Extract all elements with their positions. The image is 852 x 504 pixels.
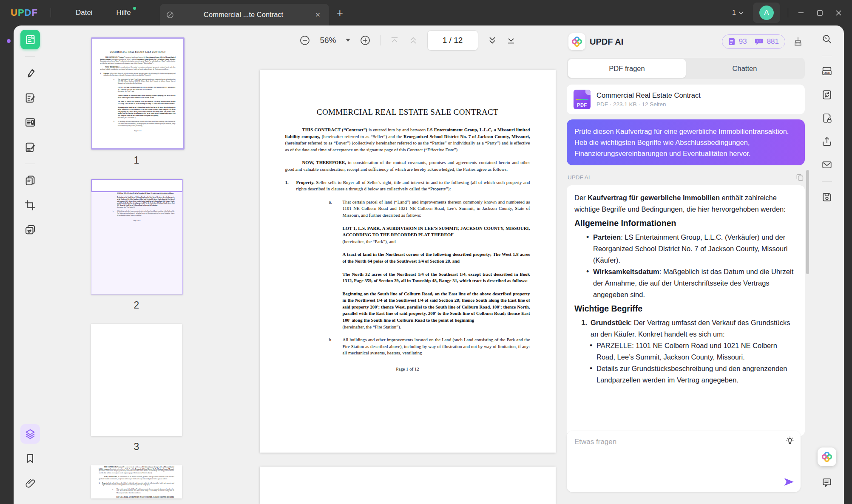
tab-title: Commercial ...te Contract	[174, 11, 313, 19]
goto-bottom-button[interactable]	[506, 36, 516, 45]
page-indicator-input[interactable]: 1 / 12	[427, 30, 478, 51]
ai-credits[interactable]: 93 881	[722, 34, 785, 49]
ai-response: Der Kaufvertrag für gewerbliche Immobili…	[567, 185, 805, 436]
file-info: Commercial Real Estate Contract PDF · 22…	[596, 91, 701, 108]
page-thumbnail-4[interactable]: COMMERCIAL REAL ESTATE SALE CONTRACT THI…	[91, 465, 182, 498]
share-button[interactable]	[818, 133, 835, 150]
bookmark-panel-button[interactable]	[20, 449, 40, 468]
list-item: 1.Property. Seller sells to Buyer all of…	[285, 179, 530, 193]
pdf-viewer: 56% 1 / 12 COMMERCIAL REAL ESTATE SALE C…	[253, 25, 562, 504]
ocr-button[interactable]: OCR	[818, 63, 835, 80]
send-icon	[784, 477, 795, 487]
attachment-panel-button[interactable]	[20, 473, 40, 493]
convert-icon	[821, 89, 832, 100]
ai-bullet-list: Parteien: LS Entertainment Group, L.L.C.…	[574, 232, 797, 300]
annotations-list-button[interactable]	[818, 474, 835, 491]
bookmark-icon	[25, 453, 36, 464]
window-count-dropdown[interactable]: 1	[732, 9, 744, 17]
paperclip-icon	[25, 478, 36, 489]
zoom-in-button[interactable]	[360, 35, 371, 46]
send-button[interactable]	[784, 477, 795, 487]
chat-credit-icon	[755, 38, 763, 45]
reader-mode-button[interactable]	[20, 30, 40, 49]
save-button[interactable]	[818, 189, 835, 206]
form-tool-button[interactable]	[20, 113, 40, 132]
clear-chat-button[interactable]	[793, 37, 803, 47]
ai-paragraph: Der Kaufvertrag für gewerbliche Immobili…	[574, 192, 797, 215]
search-button[interactable]	[818, 31, 835, 48]
new-tab-button[interactable]: +	[337, 6, 343, 20]
list-item: a.That certain parcel of land (“Land”) a…	[114, 78, 175, 84]
mail-icon	[821, 159, 832, 170]
legal-description: LOT 1, L.S. PARK, A SUBDIVISION IN LEE’S…	[343, 225, 530, 245]
page-thumbnail-1[interactable]: COMMERCIAL REAL ESTATE SALE CONTRACT THI…	[91, 37, 185, 150]
tab-chatten[interactable]: Chatten	[686, 59, 804, 78]
zoom-dropdown-caret[interactable]	[346, 39, 350, 42]
updf-ai-shortcut[interactable]	[818, 447, 836, 466]
menu-datei[interactable]: Datei	[76, 8, 93, 17]
sign-tool-button[interactable]	[20, 137, 40, 157]
ai-bullet: Wirksamkeitsdatum: Maßgeblich ist das Da…	[593, 266, 797, 300]
thumbnail-preview: COMMERCIAL REAL ESTATE SALE CONTRACT THI…	[92, 39, 183, 132]
pdf-page-1[interactable]: COMMERCIAL REAL ESTATE SALE CONTRACT THI…	[260, 70, 556, 453]
page-thumbnail-2[interactable]: COMMERCIAL REAL ESTATE SALE CONTRACT THI…	[91, 179, 183, 294]
share-icon	[821, 136, 832, 147]
legal-description: Beginning on the South line of Colburn R…	[343, 291, 530, 331]
copy-button[interactable]	[795, 173, 804, 181]
document-tab[interactable]: Commercial ...te Contract ✕	[160, 4, 329, 25]
minimize-button[interactable]	[792, 3, 810, 22]
zoom-out-button[interactable]	[299, 35, 310, 46]
logo-letter: F	[31, 8, 37, 17]
previous-pages-button[interactable]	[409, 36, 418, 45]
legal-description: The North 32 acres of the Northeast 1/4 …	[343, 271, 530, 284]
slideshow-button[interactable]	[20, 220, 40, 240]
organize-pages-button[interactable]	[20, 171, 40, 190]
thumbnail-panel-button[interactable]	[20, 424, 40, 444]
lightbulb-icon	[785, 436, 795, 445]
menu-hilfe-label: Hilfe	[116, 8, 131, 17]
pdf-page-2[interactable]	[260, 467, 556, 504]
signature-icon	[24, 141, 36, 153]
toolbar-divider	[380, 35, 381, 45]
legal-description: A tract of land in the Northeast corner …	[343, 251, 530, 264]
rail-divider	[822, 56, 832, 56]
thumbnail-label: 3	[91, 441, 182, 453]
next-pages-button[interactable]	[488, 36, 497, 45]
menu-hilfe[interactable]: Hilfe	[116, 8, 131, 17]
email-button[interactable]	[818, 156, 835, 173]
credit-divider	[751, 38, 751, 45]
viewport-indicator[interactable]	[91, 179, 183, 192]
legal-description: The North 32 acres of the Northeast 1/4 …	[118, 101, 176, 105]
ask-input[interactable]	[574, 437, 762, 474]
tab-pdf-fragen[interactable]: PDF fragen	[568, 59, 686, 78]
ai-input-box	[567, 431, 801, 492]
page-footer: Page 1 of 12	[285, 366, 530, 373]
doc-credit-icon	[728, 38, 735, 45]
crop-tool-button[interactable]	[20, 195, 40, 215]
legal-description: A tract of land in the Northeast corner …	[118, 94, 176, 99]
crop-icon	[24, 199, 36, 211]
ai-numbered-item: 1. Grundstück: Der Vertrag umfasst den V…	[574, 317, 797, 340]
logo-letter: D	[25, 8, 32, 17]
ai-clover-icon	[821, 451, 832, 462]
close-button[interactable]	[829, 3, 848, 22]
file-card[interactable]: PDF Commercial Real Estate Contract PDF …	[567, 85, 805, 114]
protect-button[interactable]	[818, 110, 835, 127]
prompt-ideas-button[interactable]	[785, 436, 795, 447]
account-button[interactable]: A	[753, 3, 780, 23]
rail-divider	[25, 164, 35, 164]
edit-pdf-button[interactable]	[20, 88, 40, 108]
tab-close-icon[interactable]: ✕	[313, 11, 323, 19]
ai-sub-bullet: PARZELLE: 1101 NE Colbern Road und 1021 …	[596, 340, 797, 363]
goto-top-button[interactable]	[390, 36, 399, 45]
convert-button[interactable]	[818, 86, 835, 103]
page-footer: Page 1 of 12	[100, 130, 175, 132]
rail-divider	[822, 181, 832, 182]
ai-bullet: Parteien: LS Entertainment Group, L.L.C.…	[593, 232, 797, 266]
ai-scrollbar[interactable]	[806, 170, 809, 274]
titlebar: U P D F Datei Hilfe Commercial ...te Con…	[0, 0, 852, 25]
maximize-button[interactable]	[810, 3, 829, 22]
page-thumbnail-3[interactable]: COMMERCIAL REAL ESTATE SALE CONTRACT THI…	[91, 324, 182, 436]
comment-tool-button[interactable]	[20, 63, 40, 83]
ai-clover-icon	[571, 36, 582, 47]
